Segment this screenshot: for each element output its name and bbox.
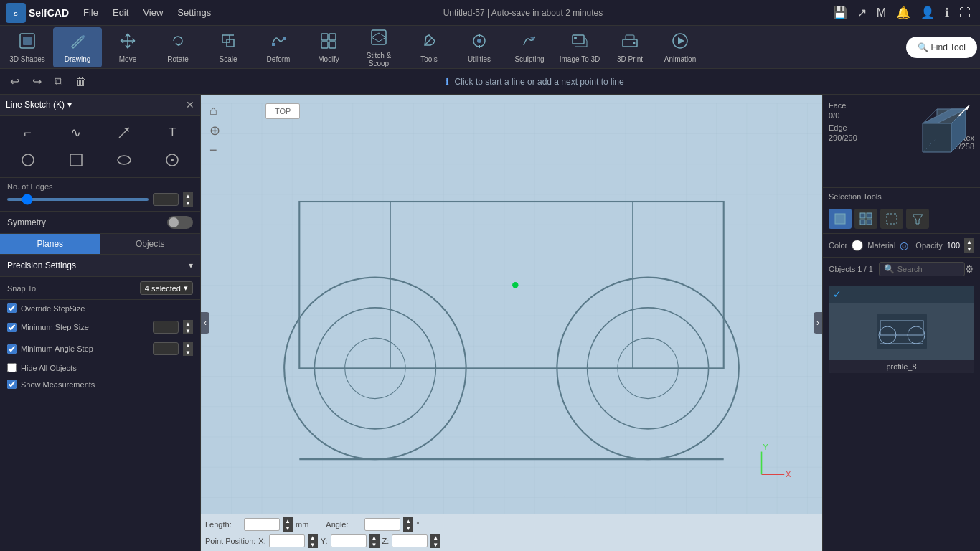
sketch-text-tool[interactable]: T: [149, 120, 196, 146]
nav-right-arrow[interactable]: ›: [814, 312, 822, 334]
tool-image-to-3d[interactable]: Image To 3D: [555, 27, 604, 67]
drawing-canvas[interactable]: X Y: [201, 95, 822, 551]
close-panel-button[interactable]: ✕: [186, 99, 194, 110]
edges-decrement[interactable]: ▼: [183, 199, 193, 207]
x-increment[interactable]: ▲: [308, 534, 318, 541]
min-step-size-label[interactable]: Minimum Step Size: [21, 323, 89, 331]
min-step-decrement[interactable]: ▼: [183, 327, 193, 334]
sketch-rect-tool[interactable]: [52, 147, 99, 173]
sketch-line-tool[interactable]: ⌐: [4, 120, 51, 146]
sketch-curve-tool[interactable]: ∿: [52, 120, 99, 146]
y-input[interactable]: 0: [331, 534, 367, 547]
x-decrement[interactable]: ▼: [308, 541, 318, 548]
redo-button[interactable]: ↪: [28, 73, 46, 90]
min-angle-step-checkbox[interactable]: [7, 344, 17, 354]
nav-left-arrow[interactable]: ‹: [201, 312, 209, 334]
objects-settings-icon[interactable]: ⚙: [965, 263, 974, 275]
tab-objects[interactable]: Objects: [100, 234, 201, 254]
override-stepsize-label[interactable]: Override StepSize: [21, 304, 85, 313]
hide-all-objects-label[interactable]: Hide All Objects: [21, 364, 77, 372]
sketch-polygon-tool[interactable]: [149, 147, 196, 173]
edges-input[interactable]: 2: [153, 193, 179, 206]
search-input[interactable]: [897, 265, 960, 273]
canvas-area[interactable]: ‹ › TOP ⌂ ⊕ −: [201, 95, 822, 551]
tool-rotate[interactable]: Rotate: [154, 27, 202, 67]
length-input[interactable]: 0: [244, 518, 280, 531]
tool-drawing[interactable]: Drawing: [53, 27, 102, 67]
dropdown-arrow-icon[interactable]: ▾: [67, 100, 72, 110]
symmetry-toggle[interactable]: [167, 216, 193, 229]
share-icon[interactable]: ↗: [854, 4, 870, 21]
min-step-size-input[interactable]: 5: [153, 321, 179, 334]
color-picker[interactable]: [852, 240, 863, 251]
find-tool-button[interactable]: 🔍 Find Tool: [906, 37, 977, 58]
object-thumbnail[interactable]: [829, 303, 974, 360]
bell-icon[interactable]: 🔔: [892, 4, 914, 21]
select-filter-button[interactable]: [906, 209, 929, 229]
tool-3d-print[interactable]: 3D Print: [606, 27, 654, 67]
sketch-circle-tool[interactable]: [4, 147, 51, 173]
tool-modify[interactable]: Modify: [304, 27, 353, 67]
tool-move[interactable]: Move: [103, 27, 152, 67]
angle-increment[interactable]: ▲: [403, 517, 413, 524]
menu-file[interactable]: File: [77, 4, 104, 21]
tool-utilities[interactable]: Utilities: [455, 27, 504, 67]
min-angle-increment[interactable]: ▲: [183, 342, 193, 349]
opacity-increment[interactable]: ▲: [964, 238, 974, 245]
info-icon[interactable]: ℹ: [941, 4, 953, 21]
z-increment[interactable]: ▲: [430, 534, 440, 541]
edges-slider[interactable]: [7, 198, 149, 201]
duplicate-button[interactable]: ⧉: [50, 74, 67, 90]
tool-animation[interactable]: Animation: [656, 27, 705, 67]
home-nav-icon[interactable]: ⌂: [209, 103, 220, 118]
tab-planes[interactable]: Planes: [0, 234, 100, 254]
length-increment[interactable]: ▲: [283, 517, 293, 524]
min-angle-step-label[interactable]: Minimum Angle Step: [21, 344, 93, 353]
tool-stitch-scoop[interactable]: Stitch & Scoop: [354, 27, 403, 67]
angle-input[interactable]: 0: [364, 518, 400, 531]
length-decrement[interactable]: ▼: [283, 524, 293, 532]
selection-tools-label: Selection Tools: [823, 188, 980, 204]
object-check-icon[interactable]: ✓: [829, 286, 846, 303]
fullscreen-icon[interactable]: ⛶: [956, 5, 974, 21]
y-decrement[interactable]: ▼: [369, 541, 380, 548]
min-step-size-checkbox[interactable]: [7, 323, 17, 332]
tool-scale[interactable]: Scale: [204, 27, 253, 67]
menu-edit[interactable]: Edit: [107, 4, 134, 21]
precision-settings-header[interactable]: Precision Settings ▾: [0, 255, 200, 277]
select-outline-button[interactable]: [880, 209, 903, 229]
zoom-fit-icon[interactable]: ⊕: [209, 123, 220, 138]
tool-tools[interactable]: Tools: [405, 27, 453, 67]
z-input[interactable]: 25: [392, 534, 428, 547]
hide-all-objects-checkbox[interactable]: [7, 363, 17, 372]
undo-button[interactable]: ↩: [6, 73, 24, 90]
sketch-line-angle-tool[interactable]: [101, 120, 148, 146]
save-icon[interactable]: 💾: [829, 4, 851, 21]
select-face-button[interactable]: [829, 209, 852, 229]
m-icon[interactable]: M: [873, 5, 890, 21]
select-multi-button[interactable]: [854, 209, 877, 229]
min-step-increment[interactable]: ▲: [183, 320, 193, 327]
edges-increment[interactable]: ▲: [183, 192, 193, 199]
min-angle-step-input[interactable]: 15: [153, 342, 179, 355]
menu-settings[interactable]: Settings: [171, 4, 217, 21]
min-angle-decrement[interactable]: ▼: [183, 349, 193, 356]
opacity-decrement[interactable]: ▼: [964, 245, 974, 253]
show-measurements-label[interactable]: Show Measurements: [21, 380, 95, 389]
zoom-out-icon[interactable]: −: [209, 143, 220, 158]
tool-sculpting[interactable]: Sculpting: [505, 27, 554, 67]
user-icon[interactable]: 👤: [917, 4, 938, 21]
angle-decrement[interactable]: ▼: [403, 524, 413, 532]
delete-button[interactable]: 🗑: [71, 74, 91, 90]
y-increment[interactable]: ▲: [369, 534, 380, 541]
show-measurements-checkbox[interactable]: [7, 380, 17, 389]
x-input[interactable]: 1: [269, 534, 305, 547]
material-icon[interactable]: ◎: [900, 240, 908, 251]
menu-view[interactable]: View: [137, 4, 169, 21]
override-stepsize-checkbox[interactable]: [7, 303, 17, 313]
z-decrement[interactable]: ▼: [430, 541, 440, 548]
tool-deform[interactable]: Deform: [254, 27, 303, 67]
snap-to-select[interactable]: 4 selected ▾: [140, 281, 193, 295]
tool-3d-shapes[interactable]: 3D Shapes: [3, 27, 52, 67]
sketch-ellipse-tool[interactable]: [101, 147, 148, 173]
